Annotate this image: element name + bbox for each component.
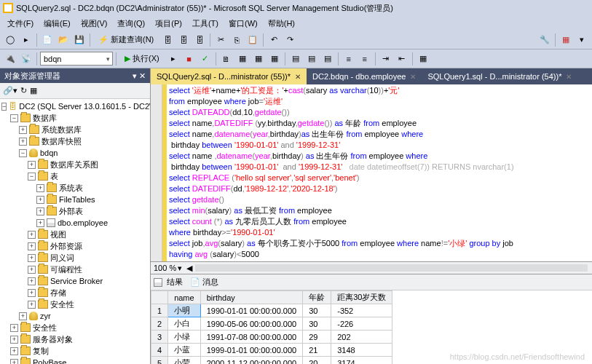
res3-icon[interactable]: ▤ [320,52,335,66]
res1-icon[interactable]: ▤ [288,52,303,66]
object-explorer-header: 对象资源管理器 ▾ ✕ [0,68,150,83]
doc-tab[interactable]: SQLQuery1.sql - D...ministrator (54))*✕ [422,68,577,84]
title-bar: SQLQuery2.sql - DC2.bdqn (DC2\Administra… [0,0,592,16]
close-tab-icon[interactable]: ✕ [295,73,301,81]
panel-menu-icon[interactable]: ▾ ✕ [133,71,146,81]
plan-icon[interactable]: 🗎 [219,52,234,66]
app-icon [3,3,13,13]
close-tab-icon[interactable]: ✕ [566,73,572,81]
results-grid[interactable]: namebirthday年龄距离30岁天数1小明1990-01-01 00:00… [151,290,592,364]
doc-tab[interactable]: SQLQuery2.sql - D...ministrator (55))*✕ [151,68,307,84]
stop-icon[interactable]: ■ [182,52,197,66]
filter-icon[interactable]: ▦ [30,86,37,95]
result-tabs: 结果 📄消息 [151,274,592,290]
indent-icon[interactable]: ⇥ [379,52,393,66]
zoom-level[interactable]: 100 % [154,264,176,272]
open-icon[interactable]: 📂 [56,33,71,47]
db-icon[interactable]: 🗄 [160,33,175,47]
tab-messages[interactable]: 📄消息 [190,277,218,288]
menu-tools[interactable]: 工具(T) [188,17,223,31]
tab-results[interactable]: 结果 [154,277,183,288]
save-icon[interactable]: 💾 [72,33,87,47]
db3-icon[interactable]: 🗄 [192,33,207,47]
editor[interactable]: select '运维'+name+'的工资是：'+cast(salary as … [151,84,592,261]
debug-icon[interactable]: ▸ [166,52,181,66]
paste-icon[interactable]: 📋 [245,33,260,47]
outdent-icon[interactable]: ⇤ [395,52,409,66]
code-area[interactable]: select '运维'+name+'的工资是：'+cast(salary as … [167,84,592,261]
tool-a-icon[interactable]: 🔧 [537,33,552,47]
object-explorer-toolbar: 🔗▾ ↻ ▦ [0,83,150,99]
execute-button[interactable]: ▶执行(X) [119,51,165,66]
nav-back-icon[interactable]: ◯ [3,33,17,47]
menu-view[interactable]: 视图(V) [76,17,112,31]
db2-icon[interactable]: 🗄 [176,33,191,47]
disconn-icon[interactable]: 📡 [19,52,33,66]
comment-icon[interactable]: ≡ [342,52,356,66]
breakpoint-gutter[interactable] [151,84,162,261]
window-title: SQLQuery2.sql - DC2.bdqn (DC2\Administra… [16,3,393,14]
object-explorer: 对象资源管理器 ▾ ✕ 🔗▾ ↻ ▦ −🗄DC2 (SQL Server 13.… [0,68,151,364]
uncomment-icon[interactable]: ≡ [358,52,372,66]
document-tabs: SQLQuery2.sql - D...ministrator (55))*✕D… [151,68,592,84]
undo-icon[interactable]: ↶ [267,33,281,47]
tool-c-icon[interactable]: ▾ [575,33,589,47]
svg-rect-1 [4,4,12,12]
toolbar-query: 🔌 📡 bdqn ▶执行(X) ▸ ■ ✓ 🗎 ▦ ▦ ▦ ▤ ▤ ▤ ≡ ≡ … [0,50,592,68]
menu-file[interactable]: 文件(F) [3,17,38,31]
database-selector[interactable]: bdqn [40,52,113,66]
doc-tab[interactable]: DC2.bdqn - dbo.employee✕ [307,68,422,84]
conn-icon[interactable]: 🔌 [3,52,17,66]
refresh-icon[interactable]: ↻ [20,86,27,95]
menu-project[interactable]: 项目(P) [151,17,186,31]
zoom-bar: 100 %▾ ◀ [151,261,592,274]
watermark: https://blog.csdn.net/Friendsofthewind [450,352,585,361]
tool-b-icon[interactable]: ▦ [559,33,573,47]
opt2-icon[interactable]: ▦ [251,52,266,66]
copy-icon[interactable]: ⎘ [229,33,244,47]
menu-query[interactable]: 查询(Q) [113,17,149,31]
menu-edit[interactable]: 编辑(E) [39,17,75,31]
parse-icon[interactable]: ✓ [198,52,213,66]
opt3-icon[interactable]: ▦ [267,52,282,66]
main-area: SQLQuery2.sql - D...ministrator (55))*✕D… [151,68,592,364]
connect-icon[interactable]: 🔗▾ [3,86,17,95]
new-query-button[interactable]: ⚡新建查询(N) [93,32,159,47]
opt1-icon[interactable]: ▦ [235,52,250,66]
redo-icon[interactable]: ↷ [283,33,297,47]
toolbar-main: ◯ ▸ 📄 📂 💾 ⚡新建查询(N) 🗄 🗄 🗄 ✂ ⎘ 📋 ↶ ↷ 🔧 ▦ ▾ [0,31,592,50]
menu-bar: 文件(F) 编辑(E) 视图(V) 查询(Q) 项目(P) 工具(T) 窗口(W… [0,16,592,31]
nav-fwd-icon[interactable]: ▸ [19,33,33,47]
cut-icon[interactable]: ✂ [213,33,228,47]
res2-icon[interactable]: ▤ [304,52,319,66]
close-tab-icon[interactable]: ✕ [410,73,416,81]
object-tree[interactable]: −🗄DC2 (SQL Server 13.0.1601.5 - DC2\ −数据… [0,99,150,364]
new-file-icon[interactable]: 📄 [40,33,55,47]
misc-icon[interactable]: ▦ [416,52,430,66]
menu-help[interactable]: 帮助(H) [264,17,299,31]
menu-window[interactable]: 窗口(W) [224,17,262,31]
